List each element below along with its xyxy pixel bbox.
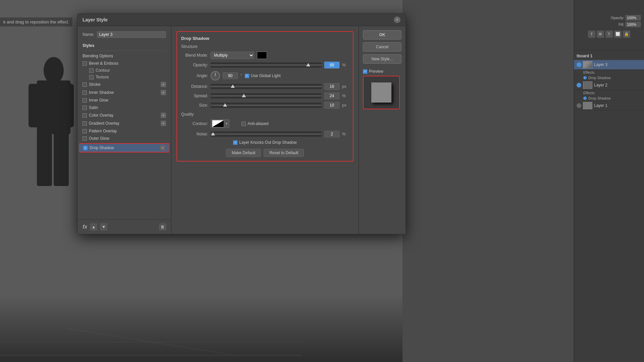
use-global-light-checkbox[interactable] [245, 74, 249, 78]
fill-input[interactable] [626, 22, 641, 27]
layer-item-layer3[interactable]: Layer 3 [574, 60, 644, 70]
size-value-input[interactable] [324, 102, 339, 109]
pattern-overlay-label: Pattern Overlay [89, 129, 166, 133]
panel-icon-1[interactable]: T [588, 31, 595, 38]
dialog-title: Layer Style [83, 17, 108, 22]
opacity-input[interactable] [626, 15, 641, 20]
ok-button[interactable]: OK [363, 30, 401, 40]
fx-icon: fx [83, 224, 87, 230]
color-overlay-add-btn[interactable]: + [161, 113, 166, 118]
move-down-btn[interactable]: ▼ [100, 223, 107, 231]
sidebar-item-blending[interactable]: Blending Options [77, 52, 171, 60]
drop-shadow-effect-layer2[interactable]: Drop Shadow [574, 96, 644, 101]
layer-knocks-checkbox-row: Layer Knocks Out Drop Shadow [233, 140, 297, 145]
sidebar-item-inner-shadow[interactable]: Inner Shadow + [77, 88, 171, 97]
spread-slider-thumb[interactable] [242, 94, 246, 97]
drop-shadow-add-btn[interactable]: + [160, 145, 165, 150]
spread-slider-container[interactable] [211, 93, 322, 99]
name-input[interactable] [97, 31, 166, 38]
layer-knocks-checkbox[interactable] [233, 140, 237, 145]
inner-shadow-add-btn[interactable]: + [161, 90, 166, 95]
gradient-overlay-checkbox[interactable] [83, 121, 87, 126]
sidebar-item-pattern-overlay[interactable]: Pattern Overlay [77, 127, 171, 135]
sidebar-item-inner-glow[interactable]: Inner Glow [77, 97, 171, 104]
texture-checkbox[interactable] [89, 75, 94, 79]
contour-picker-btn[interactable]: ▼ [211, 119, 229, 128]
drop-shadow-effect-layer3[interactable]: Drop Shadow [574, 75, 644, 80]
color-overlay-checkbox[interactable] [83, 113, 87, 118]
make-default-btn[interactable]: Make Default [226, 149, 261, 157]
spread-value-input[interactable] [324, 93, 339, 99]
preview-inner-square [371, 82, 391, 103]
stroke-checkbox[interactable] [83, 82, 87, 87]
inner-glow-checkbox[interactable] [83, 98, 87, 103]
layer-visibility-layer2[interactable] [577, 83, 581, 87]
sidebar-item-drop-shadow[interactable]: Drop Shadow + [79, 143, 169, 153]
sidebar-item-outer-glow[interactable]: Outer Glow [77, 135, 171, 142]
satin-checkbox[interactable] [83, 106, 87, 110]
stroke-label: Stroke [89, 82, 159, 87]
drop-shadow-checkbox[interactable] [83, 146, 88, 150]
dialog-footer: fx ▲ ▼ 🗑 [77, 220, 171, 234]
size-slider-track [211, 105, 322, 106]
size-slider-container[interactable] [211, 103, 322, 108]
noise-value-input[interactable] [324, 131, 339, 137]
layer-knocks-row: Layer Knocks Out Drop Shadow [181, 140, 349, 145]
gradient-overlay-add-btn[interactable]: + [161, 121, 166, 126]
hint-text: k and drag to reposition the effect. [0, 17, 72, 26]
distance-slider-container[interactable] [211, 84, 322, 89]
size-slider-thumb[interactable] [223, 103, 227, 107]
bevel-checkbox[interactable] [83, 61, 87, 66]
layer-visibility-layer1[interactable] [577, 103, 581, 108]
delete-effect-btn[interactable]: 🗑 [159, 223, 166, 231]
opacity-slider-thumb[interactable] [306, 63, 310, 66]
stroke-add-btn[interactable]: + [161, 82, 166, 87]
noise-slider-thumb[interactable] [211, 132, 215, 135]
anti-aliased-checkbox[interactable] [241, 122, 246, 126]
panel-icon-4[interactable]: ⬜ [614, 31, 622, 38]
layer-name-layer2: Layer 2 [594, 83, 641, 87]
contour-checkbox[interactable] [89, 68, 94, 73]
reset-to-default-btn[interactable]: Reset to Default [264, 149, 304, 157]
outer-glow-checkbox[interactable] [83, 136, 87, 141]
preview-section: Preview [363, 69, 401, 109]
distance-slider-thumb[interactable] [231, 84, 235, 88]
blend-mode-select[interactable]: Multiply Normal Screen Overlay [211, 52, 254, 59]
blend-color-swatch[interactable] [257, 52, 267, 59]
svg-rect-3 [62, 84, 74, 127]
sidebar-item-texture[interactable]: Texture [77, 74, 171, 80]
new-style-button[interactable]: New Style... [363, 54, 401, 64]
blend-mode-label: Blend Mode: [181, 53, 208, 58]
layer-visibility-layer3[interactable] [577, 62, 581, 67]
fx-dot-layer3 [583, 76, 587, 79]
panel-buttons: Make Default Reset to Default [181, 149, 349, 157]
noise-slider-container[interactable] [211, 131, 322, 137]
angle-indicator [215, 73, 216, 76]
layer-item-layer1[interactable]: Layer 1 [574, 101, 644, 111]
preview-thumbnail [363, 76, 400, 109]
inner-shadow-checkbox[interactable] [83, 90, 87, 95]
pattern-overlay-checkbox[interactable] [83, 129, 87, 133]
add-effect-btn[interactable]: ▲ [90, 223, 97, 231]
sidebar-item-gradient-overlay[interactable]: Gradient Overlay + [77, 119, 171, 127]
size-unit: px [342, 103, 349, 108]
layer-item-layer2[interactable]: Layer 2 [574, 80, 644, 90]
sidebar-item-bevel[interactable]: Bevel & Emboss [77, 60, 171, 67]
sidebar-item-satin[interactable]: Satin [77, 104, 171, 111]
cancel-button[interactable]: Cancel [363, 42, 401, 52]
opacity-slider-container[interactable] [211, 62, 322, 68]
sidebar-item-contour[interactable]: Contour [77, 67, 171, 74]
panel-icon-5[interactable]: 🔒 [623, 31, 630, 38]
close-button[interactable]: × [394, 16, 400, 23]
panel-icon-2[interactable]: ⊞ [597, 31, 604, 38]
opacity-row: Opacity: % [181, 62, 349, 68]
distance-value-input[interactable] [324, 83, 339, 90]
sidebar-item-color-overlay[interactable]: Color Overlay + [77, 111, 171, 119]
svg-rect-4 [37, 132, 52, 186]
panel-icon-3[interactable]: T [605, 31, 613, 38]
preview-checkbox[interactable] [363, 69, 367, 74]
sidebar-item-stroke[interactable]: Stroke + [77, 80, 171, 88]
angle-widget[interactable] [211, 71, 220, 80]
angle-value-input[interactable] [223, 72, 238, 79]
opacity-value-input[interactable] [324, 62, 339, 68]
